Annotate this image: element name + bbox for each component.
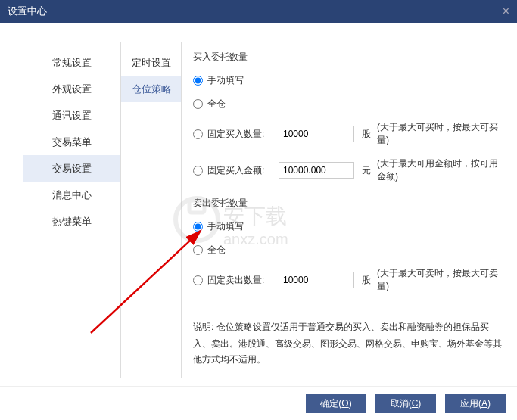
close-icon[interactable]: × — [503, 5, 509, 18]
apply-button[interactable]: 应用(A) — [445, 394, 506, 413]
sidebar-item-general[interactable]: 常规设置 — [23, 49, 120, 76]
subnav: 定时设置 仓位策略 — [121, 42, 182, 378]
sell-manual-label: 手动填写 — [207, 220, 244, 233]
sell-full-radio[interactable] — [193, 245, 203, 255]
buy-manual-radio[interactable] — [193, 76, 203, 86]
sell-group: 卖出委托数量 手动填写 全仓 固定卖出数量: 股 (大于最大可卖时，按最大可卖量… — [193, 197, 502, 293]
buy-fixed-amt-label: 固定买入金额: — [207, 164, 276, 177]
buy-manual-label: 手动填写 — [207, 74, 244, 87]
buy-fixed-amt-hint: (大于最大可用金额时，按可用金额) — [377, 157, 502, 183]
sell-fixed-qty-unit: 股 — [362, 274, 371, 287]
buy-fixed-qty-unit: 股 — [362, 128, 371, 141]
buy-fixed-qty-label: 固定买入数量: — [207, 128, 276, 141]
buy-full-radio[interactable] — [193, 99, 203, 109]
buy-full-label: 全仓 — [207, 98, 226, 110]
sell-fixed-qty-radio[interactable] — [193, 275, 203, 285]
explain-text: 说明: 仓位策略设置仅适用于普通交易的买入、卖出和融资融券的担保品买入、卖出。港… — [193, 319, 502, 369]
sidebar-item-trade-menu[interactable]: 交易菜单 — [23, 129, 120, 155]
sell-fixed-qty-input[interactable] — [279, 272, 354, 288]
buy-group-title: 买入委托数量 — [193, 51, 502, 64]
sidebar-item-appearance[interactable]: 外观设置 — [23, 76, 120, 102]
sidebar: 常规设置 外观设置 通讯设置 交易菜单 交易设置 消息中心 热键菜单 — [23, 42, 121, 378]
buy-fixed-qty-radio[interactable] — [193, 129, 203, 139]
content-area: 常规设置 外观设置 通讯设置 交易菜单 交易设置 消息中心 热键菜单 定时设置 … — [0, 23, 517, 386]
sell-manual-radio[interactable] — [193, 222, 203, 232]
titlebar: 设置中心 × — [0, 0, 517, 23]
sell-group-title: 卖出委托数量 — [193, 197, 502, 210]
sell-fixed-qty-label: 固定卖出数量: — [207, 274, 276, 287]
buy-fixed-qty-hint: (大于最大可买时，按最大可买量) — [377, 121, 502, 147]
sidebar-item-messages[interactable]: 消息中心 — [23, 182, 120, 208]
subnav-item-timer[interactable]: 定时设置 — [121, 49, 181, 76]
buy-group: 买入委托数量 手动填写 全仓 固定买入数量: 股 (大于最大可买时，按最大可买量… — [193, 51, 502, 183]
sidebar-item-trade-settings[interactable]: 交易设置 — [23, 155, 120, 182]
ok-button[interactable]: 确定(O) — [306, 394, 366, 413]
sidebar-item-comm[interactable]: 通讯设置 — [23, 102, 120, 129]
cancel-button[interactable]: 取消(C) — [375, 394, 436, 413]
buy-fixed-amt-radio[interactable] — [193, 166, 203, 176]
footer: 确定(O) 取消(C) 应用(A) — [0, 386, 517, 420]
settings-window: 设置中心 × 常规设置 外观设置 通讯设置 交易菜单 交易设置 消息中心 热键菜… — [0, 0, 517, 420]
sell-fixed-qty-hint: (大于最大可卖时，按最大可卖量) — [377, 267, 502, 293]
buy-fixed-qty-input[interactable] — [279, 126, 354, 142]
main-panel: 买入委托数量 手动填写 全仓 固定买入数量: 股 (大于最大可买时，按最大可买量… — [182, 42, 509, 378]
buy-fixed-amt-unit: 元 — [362, 164, 371, 177]
sidebar-item-hotkeys[interactable]: 热键菜单 — [23, 208, 120, 235]
window-title: 设置中心 — [8, 5, 47, 18]
buy-fixed-amt-input[interactable] — [279, 162, 354, 179]
sell-full-label: 全仓 — [207, 244, 226, 257]
subnav-item-position-strategy[interactable]: 仓位策略 — [121, 76, 181, 102]
